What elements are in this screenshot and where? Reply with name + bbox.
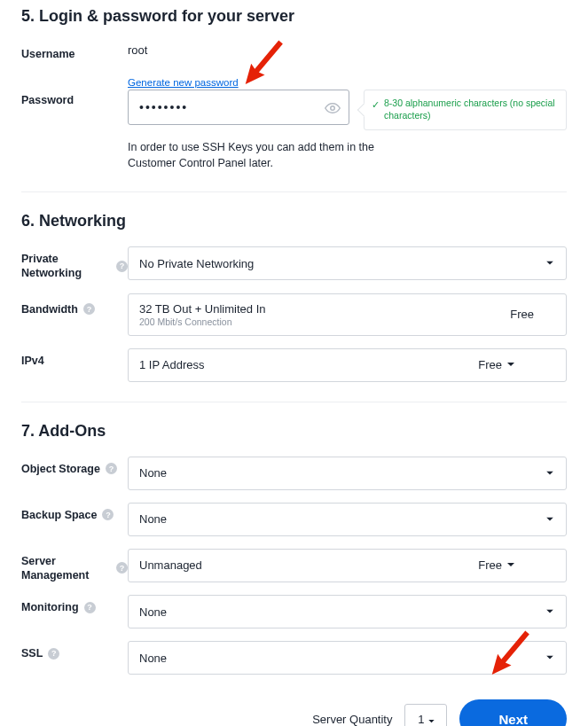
password-label: Password	[21, 93, 74, 107]
backup-space-value: None	[139, 512, 167, 526]
monitoring-select[interactable]: None	[128, 595, 567, 628]
ssl-select[interactable]: None	[128, 641, 567, 675]
server-management-value: Unmanaged	[139, 558, 202, 572]
chevron-down-icon	[428, 713, 435, 726]
section-6-title: 6. Networking	[21, 212, 567, 230]
ipv4-select[interactable]: 1 IP Address Free	[128, 348, 567, 382]
chevron-down-icon	[546, 610, 553, 614]
server-quantity-value: 1	[418, 713, 424, 726]
chevron-down-icon	[507, 363, 514, 367]
username-row: Username root	[21, 42, 567, 61]
help-icon[interactable]: ?	[83, 303, 95, 315]
password-validation-text: 8-30 alphanumeric characters (no special…	[384, 98, 557, 121]
help-icon[interactable]: ?	[84, 602, 96, 613]
eye-icon[interactable]	[325, 100, 341, 120]
ssh-note: In order to use SSH Keys you can add the…	[128, 139, 376, 173]
password-input[interactable]	[128, 90, 349, 125]
next-button[interactable]: Next	[459, 699, 567, 726]
help-icon[interactable]: ?	[116, 562, 128, 574]
server-quantity-label: Server Quantity	[312, 713, 392, 726]
help-icon[interactable]: ?	[102, 509, 114, 520]
bandwidth-label: Bandwidth	[21, 302, 78, 316]
ipv4-price-wrap: Free	[478, 358, 514, 371]
generate-password-link[interactable]: Generate new password	[128, 77, 239, 88]
ipv4-label: IPv4	[21, 354, 44, 368]
ipv4-value: 1 IP Address	[139, 358, 204, 371]
server-management-label: Server Management	[21, 554, 111, 583]
server-management-price-wrap: Free	[478, 558, 514, 572]
section-7-title: 7. Add-Ons	[21, 422, 567, 441]
chevron-down-icon	[546, 262, 553, 266]
help-icon[interactable]: ?	[116, 261, 128, 272]
username-label: Username	[21, 47, 74, 61]
object-storage-label: Object Storage	[21, 462, 100, 476]
monitoring-value: None	[139, 605, 167, 619]
bandwidth-value: 32 TB Out + Unlimited In	[139, 302, 265, 316]
password-validation-box: ✓ 8-30 alphanumeric characters (no speci…	[364, 90, 567, 129]
help-icon[interactable]: ?	[106, 463, 117, 474]
bandwidth-sub: 200 Mbit/s Connection	[139, 316, 265, 327]
server-management-select[interactable]: Unmanaged Free	[128, 549, 567, 582]
private-networking-label: Private Networking	[21, 252, 111, 281]
bandwidth-display: 32 TB Out + Unlimited In 200 Mbit/s Conn…	[128, 293, 567, 336]
ipv4-price: Free	[478, 358, 502, 371]
private-networking-value: No Private Networking	[139, 257, 254, 270]
username-value: root	[128, 42, 567, 57]
private-networking-select[interactable]: No Private Networking	[128, 246, 567, 280]
ssl-value: None	[139, 652, 167, 665]
divider	[21, 191, 567, 192]
backup-space-label: Backup Space	[21, 508, 97, 522]
monitoring-label: Monitoring	[21, 600, 79, 614]
object-storage-select[interactable]: None	[128, 457, 567, 490]
ssl-label: SSL	[21, 646, 43, 660]
chevron-down-icon	[546, 517, 553, 521]
section-5-title: 5. Login & password for your server	[21, 7, 567, 26]
divider	[21, 402, 567, 402]
check-icon: ✓	[372, 99, 380, 111]
help-icon[interactable]: ?	[48, 648, 59, 660]
bandwidth-price: Free	[510, 308, 534, 321]
backup-space-select[interactable]: None	[128, 503, 567, 536]
chevron-down-icon	[507, 563, 514, 567]
svg-point-0	[331, 106, 335, 111]
chevron-down-icon	[546, 656, 553, 660]
server-management-price: Free	[478, 558, 502, 572]
chevron-down-icon	[546, 471, 553, 475]
server-quantity-select[interactable]: 1	[404, 704, 447, 726]
object-storage-value: None	[139, 466, 167, 480]
